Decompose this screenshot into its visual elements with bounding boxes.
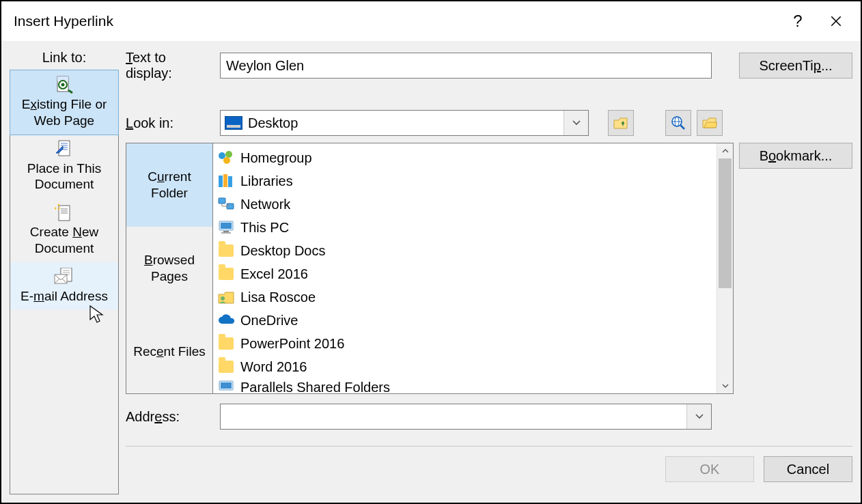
link-to-existing-file[interactable]: Existing File orWeb Page: [10, 70, 119, 135]
list-item[interactable]: Excel 2016: [214, 262, 715, 285]
main-panel: Text to display: ScreenTip... Look in: D…: [126, 50, 852, 494]
place-in-document-icon: [54, 139, 74, 159]
address-label: Address:: [126, 409, 214, 425]
folder-up-icon: [613, 116, 628, 130]
browse-tabs: CurrentFolder BrowsedPages Recent Files: [126, 143, 213, 394]
svg-rect-15: [228, 176, 232, 187]
chevron-down-icon[interactable]: [686, 404, 711, 429]
link-to-email-address[interactable]: E-mail Address: [10, 262, 118, 310]
scroll-down-icon[interactable]: [717, 378, 733, 393]
close-button[interactable]: [817, 5, 855, 37]
dialog-title: Insert Hyperlink: [14, 13, 779, 29]
list-item[interactable]: Libraries: [214, 169, 715, 193]
scroll-thumb[interactable]: [719, 158, 732, 288]
look-in-combo[interactable]: Desktop: [220, 110, 589, 136]
svg-point-3: [61, 83, 65, 87]
folder-icon: [217, 335, 235, 352]
divider: [126, 446, 852, 447]
list-item[interactable]: PowerPoint 2016: [214, 332, 715, 355]
text-to-display-input[interactable]: [220, 53, 712, 79]
link-to-create-new-document[interactable]: Create NewDocument: [10, 198, 118, 262]
screentip-button[interactable]: ScreenTip...: [739, 53, 852, 79]
user-folder-icon: [217, 288, 235, 306]
scroll-up-icon[interactable]: [717, 143, 733, 158]
list-item[interactable]: Parallels Shared Folders: [214, 378, 715, 394]
bookmark-button[interactable]: Bookmark...: [739, 143, 852, 169]
file-list[interactable]: Homegroup Libraries Network: [213, 143, 734, 394]
browse-web-button[interactable]: [665, 110, 691, 136]
list-item[interactable]: Homegroup: [214, 146, 715, 169]
list-item[interactable]: Word 2016: [214, 355, 715, 378]
title-bar: Insert Hyperlink ?: [1, 1, 861, 41]
svg-rect-24: [221, 382, 232, 389]
link-to-sidebar: Link to: Existing File orWeb Page Place …: [10, 50, 119, 494]
tab-recent-files[interactable]: Recent Files: [126, 310, 212, 393]
svg-rect-19: [221, 223, 232, 229]
list-item[interactable]: This PC: [214, 216, 715, 239]
tab-browsed-pages[interactable]: BrowsedPages: [126, 227, 212, 310]
svg-point-12: [223, 157, 230, 164]
insert-hyperlink-dialog: Insert Hyperlink ? Link to: Existing Fil…: [1, 1, 861, 503]
search-web-icon: [671, 115, 686, 130]
desktop-icon: [225, 116, 242, 130]
onedrive-icon: [217, 311, 235, 329]
address-combo[interactable]: [220, 404, 712, 430]
folder-icon: [217, 358, 235, 376]
folder-icon: [217, 242, 235, 260]
browse-file-button[interactable]: [697, 110, 723, 136]
link-to-place-in-document[interactable]: Place in ThisDocument: [10, 135, 118, 199]
svg-rect-14: [223, 174, 227, 187]
chevron-down-icon[interactable]: [564, 111, 588, 135]
svg-rect-16: [219, 198, 225, 204]
list-item[interactable]: Desktop Docs: [214, 239, 715, 262]
ok-button[interactable]: OK: [665, 456, 754, 482]
up-one-level-button[interactable]: [608, 110, 634, 136]
help-button[interactable]: ?: [779, 5, 817, 37]
list-item[interactable]: Network: [214, 193, 715, 216]
svg-rect-21: [221, 232, 231, 234]
existing-file-icon: [54, 74, 74, 95]
thispc-icon: [217, 219, 235, 236]
list-item[interactable]: Lisa Roscoe: [214, 285, 715, 309]
scrollbar[interactable]: [717, 143, 733, 393]
email-address-icon: [54, 266, 74, 287]
tab-current-folder[interactable]: CurrentFolder: [126, 143, 212, 227]
look-in-label: Look in:: [126, 115, 214, 131]
link-to-label: Link to:: [10, 50, 119, 66]
list-item[interactable]: OneDrive: [214, 309, 715, 332]
thispc-icon: [217, 378, 235, 394]
svg-rect-20: [223, 231, 229, 232]
folder-open-icon: [702, 117, 717, 129]
close-icon: [830, 15, 842, 27]
svg-point-11: [225, 151, 232, 158]
svg-rect-13: [219, 176, 223, 187]
link-to-list: Existing File orWeb Page Place in ThisDo…: [10, 70, 119, 494]
svg-point-22: [221, 296, 225, 300]
network-icon: [217, 195, 235, 213]
text-to-display-label: Text to display:: [126, 50, 214, 81]
folder-icon: [217, 265, 235, 283]
cancel-button[interactable]: Cancel: [764, 456, 852, 482]
homegroup-icon: [217, 149, 235, 167]
libraries-icon: [217, 172, 235, 190]
create-new-document-icon: [54, 202, 74, 223]
